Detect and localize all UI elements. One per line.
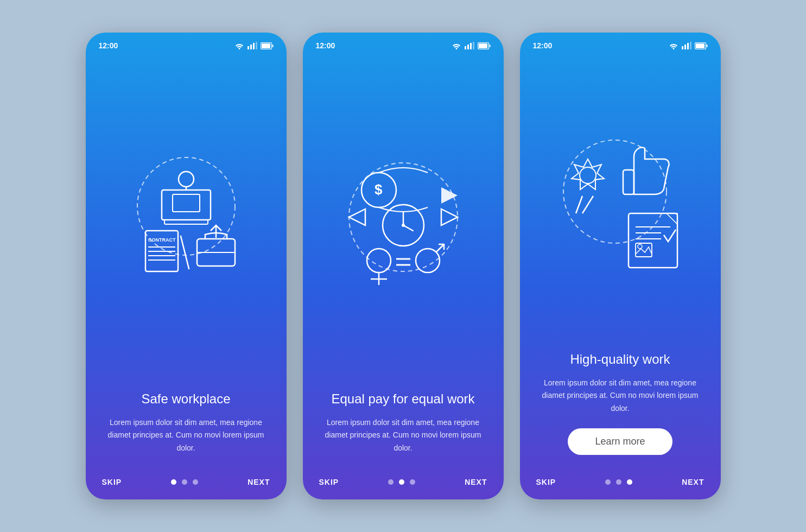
- svg-rect-52: [706, 45, 707, 47]
- time-3: 12:00: [533, 41, 553, 50]
- dots-1: [171, 479, 198, 485]
- wifi-icon-3: [669, 42, 678, 49]
- svg-point-10: [179, 172, 194, 187]
- svg-point-65: [638, 244, 642, 249]
- svg-rect-24: [467, 45, 469, 49]
- dot-1-2: [182, 479, 187, 485]
- svg-point-54: [563, 140, 667, 243]
- svg-rect-6: [262, 43, 270, 48]
- card-title-3: High-quality work: [536, 351, 705, 368]
- skip-button-3[interactable]: SKIP: [536, 478, 556, 486]
- battery-icon-2: [478, 42, 491, 49]
- bottom-nav-1: SKIP NEXT: [86, 469, 287, 499]
- svg-line-35: [403, 225, 413, 231]
- dots-3: [605, 479, 632, 485]
- card-content-2: Equal pay for equal work Lorem ipsum dol…: [303, 390, 504, 469]
- svg-rect-59: [623, 170, 634, 194]
- svg-rect-48: [684, 45, 686, 49]
- svg-text:$: $: [375, 181, 383, 198]
- status-bar-1: 12:00: [86, 33, 287, 54]
- svg-line-58: [582, 196, 593, 213]
- next-button-1[interactable]: NEXT: [247, 478, 270, 486]
- svg-rect-60: [629, 213, 677, 268]
- status-bar-2: 12:00: [303, 33, 504, 54]
- dot-3-3: [627, 479, 632, 485]
- svg-point-40: [367, 249, 391, 273]
- svg-marker-39: [349, 209, 365, 225]
- wifi-icon-2: [452, 42, 461, 49]
- svg-line-46: [436, 244, 444, 252]
- svg-rect-29: [479, 43, 487, 48]
- status-icons-3: [669, 42, 708, 49]
- svg-rect-28: [489, 45, 490, 47]
- svg-marker-55: [572, 159, 604, 189]
- svg-rect-23: [465, 46, 466, 49]
- svg-rect-25: [470, 43, 472, 49]
- phone-card-2: 12:00 $: [303, 33, 504, 499]
- card-content-1: Safe workplace Lorem ipsum dolor sit dim…: [86, 390, 287, 469]
- illustration-1: CONTRACT: [86, 54, 287, 390]
- illustration-2: $: [303, 54, 504, 390]
- dot-2-3: [410, 479, 415, 485]
- card-title-1: Safe workplace: [102, 390, 270, 407]
- next-button-2[interactable]: NEXT: [465, 478, 487, 486]
- wifi-icon: [234, 42, 244, 49]
- svg-marker-38: [441, 209, 458, 225]
- svg-rect-0: [247, 46, 249, 49]
- dot-1-3: [193, 479, 198, 485]
- bottom-nav-3: SKIP NEXT: [520, 469, 721, 499]
- svg-rect-50: [690, 42, 691, 49]
- illustration-3: [520, 54, 721, 351]
- svg-rect-47: [682, 46, 683, 49]
- dot-3-1: [605, 479, 611, 485]
- dot-2-1: [388, 479, 394, 485]
- bottom-nav-2: SKIP NEXT: [303, 469, 504, 499]
- dot-1-1: [171, 479, 176, 485]
- signal-icon-2: [465, 42, 474, 49]
- svg-rect-2: [253, 43, 255, 49]
- svg-point-36: [402, 224, 405, 227]
- svg-text:CONTRACT: CONTRACT: [148, 237, 176, 243]
- dots-2: [388, 479, 415, 485]
- svg-rect-12: [173, 194, 200, 212]
- svg-line-19: [181, 236, 189, 269]
- status-bar-3: 12:00: [520, 33, 721, 54]
- dot-2-2: [399, 479, 404, 485]
- card-content-3: High-quality work Lorem ipsum dolor sit …: [520, 351, 721, 469]
- svg-rect-26: [473, 42, 474, 49]
- battery-icon: [261, 42, 274, 49]
- svg-rect-53: [696, 43, 705, 48]
- signal-icon: [247, 42, 257, 49]
- card-body-3: Lorem ipsum dolor sit dim amet, mea regi…: [536, 377, 705, 415]
- card-title-2: Equal pay for equal work: [319, 390, 487, 407]
- phone-card-3: 12:00: [520, 33, 721, 499]
- svg-marker-37: [441, 187, 458, 204]
- svg-rect-5: [272, 45, 273, 47]
- svg-rect-3: [256, 42, 257, 49]
- card-body-2: Lorem ipsum dolor sit dim amet, mea regi…: [319, 416, 487, 455]
- learn-more-button[interactable]: Learn more: [568, 428, 672, 455]
- svg-line-57: [576, 196, 582, 213]
- time-2: 12:00: [316, 41, 335, 50]
- svg-rect-49: [687, 43, 689, 49]
- skip-button-2[interactable]: SKIP: [319, 478, 339, 486]
- svg-point-56: [580, 167, 596, 183]
- next-button-3[interactable]: NEXT: [682, 478, 704, 486]
- status-icons-1: [234, 42, 274, 49]
- phone-card-1: 12:00: [86, 33, 287, 499]
- battery-icon-3: [695, 42, 708, 49]
- skip-button-1[interactable]: SKIP: [102, 478, 122, 486]
- status-icons-2: [452, 42, 491, 49]
- signal-icon-3: [682, 42, 691, 49]
- card-body-1: Lorem ipsum dolor sit dim amet, mea regi…: [102, 416, 270, 455]
- dot-3-2: [616, 479, 621, 485]
- time-1: 12:00: [99, 41, 118, 50]
- svg-rect-1: [250, 45, 252, 49]
